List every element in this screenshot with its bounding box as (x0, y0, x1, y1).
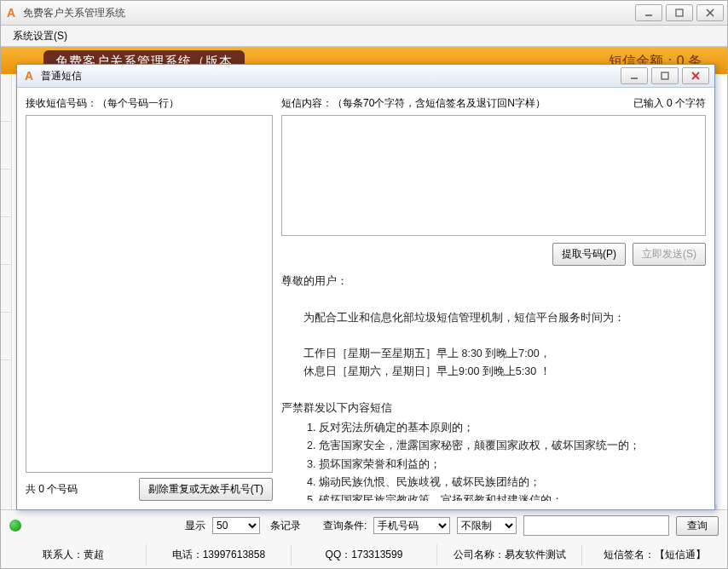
rule-item: 反对宪法所确定的基本原则的； (319, 419, 702, 437)
close-button[interactable] (696, 4, 724, 21)
recipients-textarea[interactable] (26, 115, 273, 473)
send-button[interactable]: 立即发送(S) (633, 243, 706, 266)
dialog-body: 接收短信号码：（每个号码一行） 共 0 个号码 剔除重复或无效手机号(T) 短信… (17, 88, 714, 509)
left-splitter[interactable] (1, 74, 12, 510)
maximize-button[interactable] (666, 4, 693, 21)
app-window: A 免费客户关系管理系统 系统设置(S) 免费客户关系管理系统（版本 短信余额：… (0, 0, 728, 569)
pagesize-select[interactable]: 50 (212, 517, 260, 534)
status-company: 公司名称：易友软件测试 (437, 544, 583, 566)
status-contact: 联系人：黄超 (1, 544, 147, 566)
records-label: 条记录 (270, 519, 301, 533)
menubar: 系统设置(S) (1, 26, 727, 47)
rule-item: 损坏国家荣誉和利益的； (319, 456, 702, 474)
minimize-button[interactable] (635, 4, 662, 21)
dedupe-button[interactable]: 剔除重复或无效手机号(T) (139, 478, 273, 501)
sms-dialog: A 普通短信 接收短信号码：（每个号码一行） 共 0 个号码 剔除重复或无效手机… (16, 64, 715, 510)
dialog-titlebar: A 普通短信 (17, 65, 714, 88)
show-label: 显示 (185, 519, 205, 533)
extract-numbers-button[interactable]: 提取号码(P) (552, 243, 626, 266)
statusbar: 联系人：黄超 电话：13997613858 QQ：173313599 公司名称：… (1, 540, 727, 568)
status-dot-icon (9, 520, 21, 532)
limit-select[interactable]: 不限制 (457, 517, 517, 534)
recipients-label: 接收短信号码：（每个号码一行） (26, 96, 179, 111)
char-counter: 已输入 0 个字符 (633, 96, 706, 111)
content-label: 短信内容：（每条70个字符，含短信签名及退订回N字样） (281, 96, 546, 111)
dialog-title: 普通短信 (41, 69, 621, 83)
app-title: 免费客户关系管理系统 (23, 6, 635, 20)
main-titlebar: A 免费客户关系管理系统 (1, 1, 727, 26)
app-logo-icon: A (4, 6, 18, 20)
rule-item: 破坏国家民族宗教政策，宣扬邪教和封建迷信的； (319, 491, 702, 501)
dialog-minimize-button[interactable] (621, 67, 648, 84)
query-input[interactable] (523, 515, 669, 536)
dialog-maximize-button[interactable] (651, 67, 679, 84)
recipients-count: 共 0 个号码 (26, 482, 78, 497)
bottom-toolbar: 显示 50 条记录 查询条件: 手机号码 不限制 查询 (1, 509, 727, 541)
dialog-logo-icon: A (22, 69, 36, 83)
notice-text: 尊敬的用户： 为配合工业和信息化部垃圾短信管理机制，短信平台服务时间为： 工作日… (281, 273, 706, 501)
recipients-panel: 接收短信号码：（每个号码一行） 共 0 个号码 剔除重复或无效手机号(T) (26, 95, 273, 501)
content-textarea[interactable] (281, 115, 706, 236)
condition-label: 查询条件: (323, 519, 367, 533)
svg-rect-1 (676, 9, 683, 16)
status-phone: 电话：13997613858 (147, 544, 292, 566)
dialog-close-button[interactable] (682, 67, 709, 84)
status-signature: 短信签名：【短信通】 (582, 544, 727, 566)
content-panel: 短信内容：（每条70个字符，含短信签名及退订回N字样） 已输入 0 个字符 提取… (281, 95, 706, 501)
menu-settings[interactable]: 系统设置(S) (8, 27, 72, 45)
rule-item: 危害国家安全，泄露国家秘密，颠覆国家政权，破坏国家统一的； (319, 437, 702, 455)
svg-rect-5 (662, 72, 668, 79)
window-buttons (635, 4, 724, 21)
field-select[interactable]: 手机号码 (373, 517, 450, 534)
status-qq: QQ：173313599 (292, 544, 437, 566)
query-button[interactable]: 查询 (676, 516, 719, 536)
rule-item: 煽动民族仇恨、民族歧视，破坏民族团结的； (319, 474, 702, 491)
